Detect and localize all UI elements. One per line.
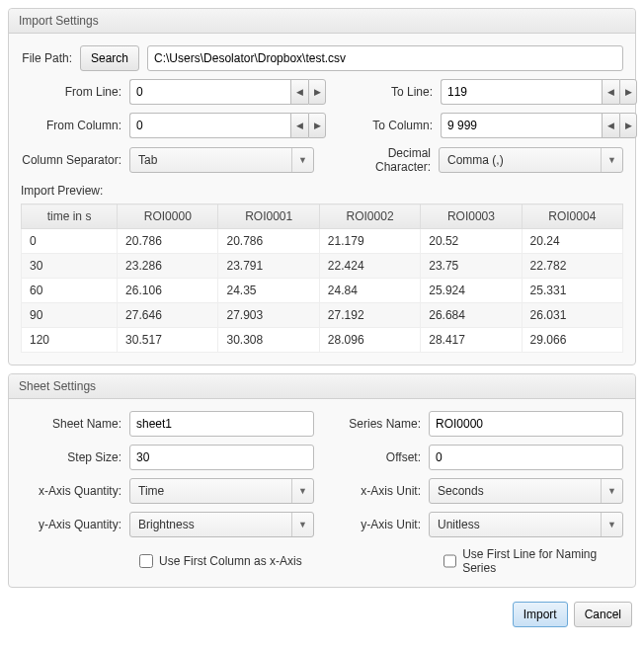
to-col-input[interactable] (441, 113, 602, 138)
table-cell: 26.031 (522, 303, 622, 328)
to-line-spinner[interactable]: ◀ ▶ (441, 79, 637, 105)
y-unit-select[interactable]: Unitless ▼ (429, 512, 623, 537)
to-line-input[interactable] (441, 79, 602, 105)
to-line-label: To Line: (342, 85, 441, 99)
sheet-settings-panel: Sheet Settings Sheet Name: Series Name: … (8, 373, 636, 588)
preview-table: time in sROI0000ROI0001ROI0002ROI0003ROI… (21, 203, 623, 353)
chevron-down-icon: ▼ (291, 148, 313, 172)
table-cell: 22.424 (319, 254, 420, 279)
table-cell: 30.517 (118, 328, 218, 353)
from-col-label: From Column: (21, 119, 129, 132)
table-cell: 23.286 (118, 254, 218, 279)
table-cell: 25.331 (522, 279, 622, 303)
y-unit-value: Unitless (430, 518, 601, 531)
use-first-line-checkbox[interactable] (443, 554, 456, 568)
table-cell: 26.684 (421, 303, 522, 328)
use-first-line-label: Use First Line for Naming Series (462, 547, 623, 575)
file-path-label: File Path: (21, 51, 80, 65)
table-cell: 27.646 (118, 303, 218, 328)
table-cell: 20.24 (522, 229, 622, 254)
x-qty-value: Time (130, 484, 291, 498)
chevron-down-icon: ▼ (291, 479, 313, 503)
x-qty-select[interactable]: Time ▼ (129, 478, 314, 504)
import-settings-header: Import Settings (9, 9, 635, 34)
dec-char-label: Decimal Character: (330, 146, 439, 174)
search-button[interactable]: Search (80, 45, 139, 71)
table-cell: 90 (22, 303, 118, 328)
dec-char-select[interactable]: Comma (,) ▼ (439, 147, 623, 173)
table-row: 020.78620.78621.17920.5220.24 (22, 229, 623, 254)
chevron-down-icon: ▼ (291, 513, 313, 536)
to-col-up-icon[interactable]: ▶ (619, 113, 637, 138)
col-sep-select[interactable]: Tab ▼ (129, 147, 314, 173)
table-cell: 22.782 (522, 254, 622, 279)
from-line-label: From Line: (21, 85, 129, 99)
sheet-name-input[interactable] (129, 411, 314, 437)
table-row: 3023.28623.79122.42423.7522.782 (22, 254, 623, 279)
from-col-spinner[interactable]: ◀ ▶ (129, 113, 326, 138)
table-cell: 29.066 (522, 328, 622, 353)
from-col-input[interactable] (129, 113, 290, 138)
table-cell: 20.52 (421, 229, 522, 254)
x-unit-value: Seconds (430, 484, 601, 498)
to-line-down-icon[interactable]: ◀ (602, 79, 619, 105)
preview-label: Import Preview: (21, 184, 623, 198)
col-sep-label: Column Separator: (21, 153, 129, 167)
table-cell: 27.903 (218, 303, 319, 328)
from-col-up-icon[interactable]: ▶ (308, 113, 326, 138)
chevron-down-icon: ▼ (601, 513, 622, 536)
x-unit-select[interactable]: Seconds ▼ (429, 478, 623, 504)
table-row: 6026.10624.3524.8425.92425.331 (22, 279, 623, 303)
sheet-settings-header: Sheet Settings (9, 374, 635, 399)
table-cell: 20.786 (118, 229, 218, 254)
to-col-label: To Column: (342, 119, 441, 132)
cancel-button[interactable]: Cancel (574, 602, 632, 627)
table-cell: 24.35 (218, 279, 319, 303)
from-line-up-icon[interactable]: ▶ (308, 79, 326, 105)
file-path-input[interactable] (147, 45, 623, 71)
to-line-up-icon[interactable]: ▶ (619, 79, 637, 105)
table-cell: 28.417 (421, 328, 522, 353)
from-col-down-icon[interactable]: ◀ (290, 113, 308, 138)
use-first-col-label: Use First Column as x-Axis (159, 554, 302, 568)
table-cell: 27.192 (319, 303, 420, 328)
y-qty-label: y-Axis Quantity: (21, 518, 129, 531)
y-qty-value: Brightness (130, 518, 291, 531)
offset-label: Offset: (330, 450, 429, 464)
table-cell: 25.924 (421, 279, 522, 303)
from-line-spinner[interactable]: ◀ ▶ (129, 79, 326, 105)
from-line-input[interactable] (129, 79, 290, 105)
from-line-down-icon[interactable]: ◀ (290, 79, 308, 105)
chevron-down-icon: ▼ (601, 148, 622, 172)
table-cell: 120 (22, 328, 118, 353)
table-header: ROI0003 (421, 204, 522, 229)
series-name-input[interactable] (429, 411, 623, 437)
table-cell: 60 (22, 279, 118, 303)
use-first-col-checkbox[interactable] (139, 554, 153, 568)
table-cell: 20.786 (218, 229, 319, 254)
offset-input[interactable] (429, 445, 623, 470)
x-unit-label: x-Axis Unit: (330, 484, 429, 498)
table-cell: 30.308 (218, 328, 319, 353)
table-header: ROI0004 (522, 204, 622, 229)
dec-char-value: Comma (,) (440, 153, 601, 167)
step-size-label: Step Size: (21, 450, 129, 464)
table-cell: 0 (22, 229, 118, 254)
table-cell: 26.106 (118, 279, 218, 303)
y-unit-label: y-Axis Unit: (330, 518, 429, 531)
import-settings-panel: Import Settings File Path: Search From L… (8, 8, 636, 366)
table-cell: 28.096 (319, 328, 420, 353)
table-row: 12030.51730.30828.09628.41729.066 (22, 328, 623, 353)
step-size-input[interactable] (129, 445, 314, 470)
table-cell: 21.179 (319, 229, 420, 254)
to-col-down-icon[interactable]: ◀ (602, 113, 619, 138)
import-button[interactable]: Import (513, 602, 568, 627)
to-col-spinner[interactable]: ◀ ▶ (441, 113, 637, 138)
table-header: ROI0000 (118, 204, 218, 229)
col-sep-value: Tab (130, 153, 291, 167)
chevron-down-icon: ▼ (601, 479, 622, 503)
series-name-label: Series Name: (330, 417, 429, 431)
table-header: ROI0001 (218, 204, 319, 229)
x-qty-label: x-Axis Quantity: (21, 484, 129, 498)
y-qty-select[interactable]: Brightness ▼ (129, 512, 314, 537)
